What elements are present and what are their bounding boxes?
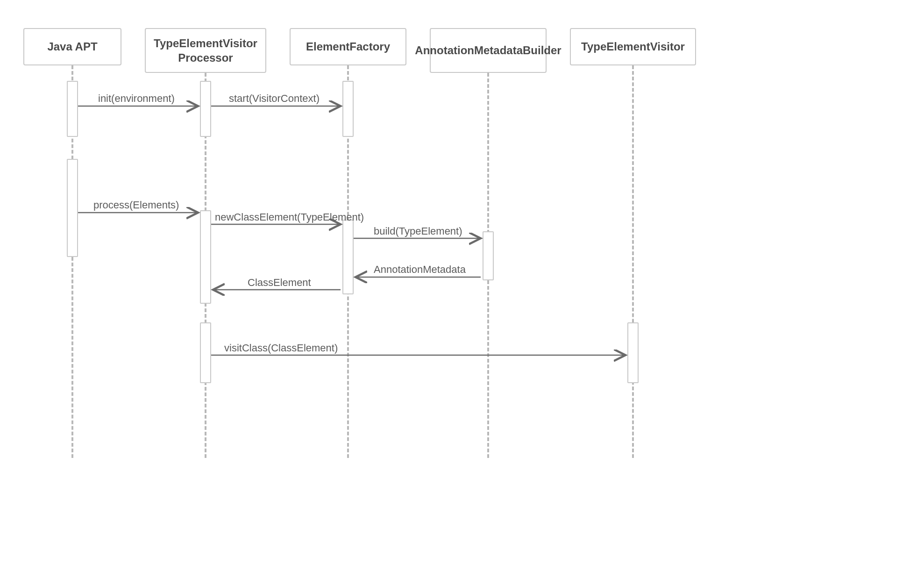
msg-annotationmeta: AnnotationMetadata [374,264,466,276]
activation [67,159,78,257]
participant-annotation-builder: AnnotationMetadataBuilder [430,28,547,73]
participant-java-apt: Java APT [23,28,121,65]
msg-classelement: ClassElement [248,277,311,289]
activation [483,231,494,280]
activation [67,81,78,137]
participant-tev-processor: TypeElementVisitor Processor [145,28,266,73]
msg-visitclass: visitClass(ClassElement) [224,342,338,354]
msg-build: build(TypeElement) [374,225,462,237]
activation [342,81,354,137]
lifeline-tev [632,65,634,458]
msg-process: process(Elements) [93,199,179,211]
msg-newclass: newClassElement(TypeElement) [215,211,364,223]
participant-label: TypeElementVisitor [581,39,685,54]
activation [200,210,211,304]
activation [627,322,639,383]
activation [342,220,354,294]
participant-element-factory: ElementFactory [290,28,406,65]
msg-start: start(VisitorContext) [229,93,320,105]
participant-label: AnnotationMetadataBuilder [415,43,561,57]
participant-label: Java APT [47,39,97,54]
participant-label: ElementFactory [306,39,390,54]
msg-init: init(environment) [98,93,175,105]
activation [200,322,211,383]
arrows-layer [0,0,924,571]
activation [200,81,211,137]
participant-label: TypeElementVisitor Processor [154,36,257,65]
participant-tev: TypeElementVisitor [570,28,696,65]
